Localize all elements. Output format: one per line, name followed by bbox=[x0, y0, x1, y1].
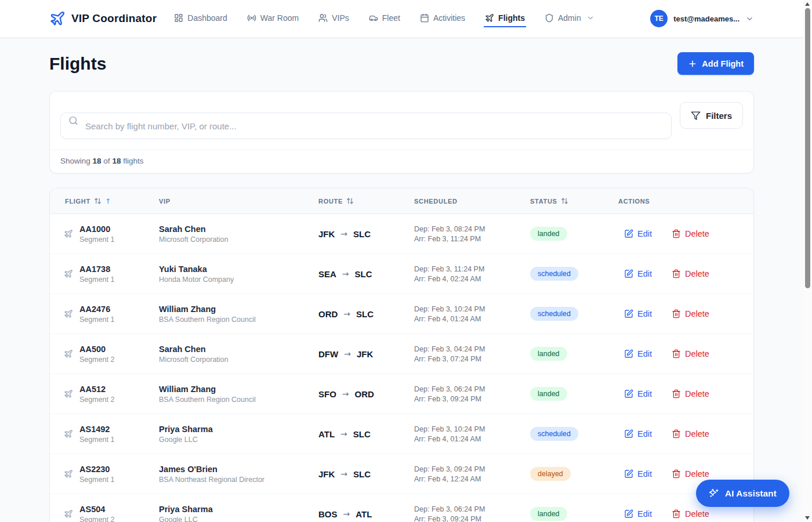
app-logo[interactable]: VIP Coordinator bbox=[49, 10, 157, 27]
flight-segment: Segment 2 bbox=[79, 516, 114, 522]
nav-label: Dashboard bbox=[187, 13, 227, 23]
ai-assistant-button[interactable]: AI Assistant bbox=[696, 480, 789, 507]
edit-label: Edit bbox=[637, 389, 652, 398]
departure-time: Dep: Feb 3, 06:24 PM bbox=[414, 385, 530, 393]
route-origin: DFW bbox=[318, 349, 338, 359]
delete-button[interactable]: Delete bbox=[672, 469, 709, 478]
nav-menu: Dashboard War Room VIPs Fleet Activities… bbox=[173, 10, 595, 27]
edit-label: Edit bbox=[637, 429, 652, 438]
vip-organization: BSA Southern Region Council bbox=[159, 316, 318, 324]
edit-label: Edit bbox=[637, 269, 652, 278]
add-flight-button[interactable]: Add Flight bbox=[677, 52, 754, 75]
edit-pencil-icon bbox=[624, 309, 633, 318]
delete-button[interactable]: Delete bbox=[672, 509, 709, 519]
header-status[interactable]: Status bbox=[530, 197, 618, 205]
status-badge: landed bbox=[530, 227, 567, 241]
car-icon bbox=[369, 13, 378, 23]
chevron-down-icon bbox=[745, 14, 754, 23]
delete-button[interactable]: Delete bbox=[672, 349, 709, 358]
plane-icon bbox=[485, 13, 494, 23]
header-scheduled: Scheduled bbox=[414, 198, 530, 205]
delete-button[interactable]: Delete bbox=[672, 429, 709, 438]
dashboard-icon bbox=[174, 13, 183, 23]
scrollbar-down-arrow[interactable] bbox=[805, 516, 810, 520]
header-flight[interactable]: Flight ↑ bbox=[50, 197, 159, 205]
table-row: AA512 Segment 2 William Zhang BSA Southe… bbox=[50, 374, 753, 414]
edit-button[interactable]: Edit bbox=[624, 469, 652, 478]
route-destination: SLC bbox=[353, 229, 371, 239]
filters-label: Filters bbox=[706, 111, 732, 121]
nav-item-flights[interactable]: Flights bbox=[484, 10, 526, 27]
nav-item-admin[interactable]: Admin bbox=[543, 10, 596, 27]
plus-icon bbox=[688, 59, 697, 68]
arrival-time: Arr: Feb 4, 02:24 AM bbox=[414, 275, 530, 283]
vip-name: Sarah Chen bbox=[159, 224, 318, 234]
search-panel: Filters Showing 18 of 18 flights bbox=[49, 91, 754, 173]
delete-button[interactable]: Delete bbox=[672, 389, 709, 398]
vip-name: James O'Brien bbox=[159, 465, 318, 474]
edit-button[interactable]: Edit bbox=[624, 429, 652, 438]
flight-table-body: AA1000 Segment 1 Sarah Chen Microsoft Co… bbox=[50, 214, 753, 522]
flight-row-plane-icon bbox=[64, 269, 73, 278]
table-row: AA1000 Segment 1 Sarah Chen Microsoft Co… bbox=[50, 214, 753, 254]
trash-icon bbox=[672, 469, 681, 478]
header-route[interactable]: Route bbox=[318, 197, 414, 205]
arrival-time: Arr: Feb 4, 01:24 AM bbox=[414, 315, 530, 323]
scrollbar-thumb[interactable] bbox=[805, 8, 810, 288]
nav-item-dashboard[interactable]: Dashboard bbox=[173, 10, 229, 27]
filters-button[interactable]: Filters bbox=[680, 102, 743, 129]
flight-row-plane-icon bbox=[64, 429, 73, 438]
arrival-time: Arr: Feb 3, 09:24 PM bbox=[414, 515, 530, 522]
trash-icon bbox=[672, 309, 681, 318]
user-menu[interactable]: TE test@madeames... bbox=[650, 10, 754, 27]
edit-button[interactable]: Edit bbox=[624, 269, 652, 278]
nav-item-fleet[interactable]: Fleet bbox=[368, 10, 401, 27]
table-row: AS504 Segment 2 Priya Sharma Google LLC … bbox=[50, 494, 753, 522]
edit-button[interactable]: Edit bbox=[624, 389, 652, 398]
route-destination: ORD bbox=[355, 389, 374, 399]
trash-icon bbox=[672, 509, 681, 519]
shield-icon bbox=[545, 13, 554, 23]
nav-item-activities[interactable]: Activities bbox=[419, 10, 466, 27]
page-title: Flights bbox=[49, 54, 106, 74]
flights-table: Flight ↑ VIP Route Scheduled Status Acti… bbox=[49, 188, 754, 522]
nav-item-war-room[interactable]: War Room bbox=[246, 10, 300, 27]
radio-icon bbox=[247, 13, 256, 23]
edit-button[interactable]: Edit bbox=[624, 229, 652, 238]
edit-label: Edit bbox=[637, 349, 652, 358]
delete-button[interactable]: Delete bbox=[672, 229, 709, 238]
flight-row-plane-icon bbox=[64, 509, 73, 519]
sort-icon bbox=[94, 197, 102, 205]
nav-label: War Room bbox=[260, 13, 299, 23]
table-row: AA500 Segment 2 Sarah Chen Microsoft Cor… bbox=[50, 334, 753, 374]
flight-row-plane-icon bbox=[64, 229, 73, 238]
edit-button[interactable]: Edit bbox=[624, 509, 652, 519]
trash-icon bbox=[672, 269, 681, 278]
edit-pencil-icon bbox=[624, 429, 633, 438]
edit-label: Edit bbox=[637, 309, 652, 318]
flight-segment: Segment 1 bbox=[79, 276, 114, 284]
flight-number: AA1000 bbox=[79, 224, 114, 234]
nav-item-vips[interactable]: VIPs bbox=[317, 10, 350, 27]
delete-label: Delete bbox=[685, 469, 709, 478]
edit-button[interactable]: Edit bbox=[624, 309, 652, 318]
flight-number: AA2476 bbox=[79, 304, 114, 314]
edit-pencil-icon bbox=[624, 509, 633, 519]
scrollbar bbox=[803, 0, 812, 522]
vip-organization: Microsoft Corporation bbox=[159, 356, 318, 364]
route-destination: ATL bbox=[356, 509, 372, 519]
edit-label: Edit bbox=[637, 469, 652, 478]
route-arrow-icon: → bbox=[342, 389, 349, 398]
search-input[interactable] bbox=[60, 113, 672, 139]
edit-button[interactable]: Edit bbox=[624, 349, 652, 358]
vip-organization: Microsoft Corporation bbox=[159, 235, 318, 244]
delete-button[interactable]: Delete bbox=[672, 309, 709, 318]
scrollbar-up-arrow[interactable] bbox=[805, 2, 810, 6]
delete-button[interactable]: Delete bbox=[672, 269, 709, 278]
arrival-time: Arr: Feb 3, 07:24 PM bbox=[414, 355, 530, 363]
main-content: Flights Add Flight Filters Showing 18 of… bbox=[0, 52, 812, 522]
route-origin: ORD bbox=[318, 309, 338, 319]
flight-segment: Segment 1 bbox=[79, 235, 114, 244]
arrival-time: Arr: Feb 4, 01:24 AM bbox=[414, 435, 530, 443]
route-arrow-icon: → bbox=[342, 269, 349, 278]
